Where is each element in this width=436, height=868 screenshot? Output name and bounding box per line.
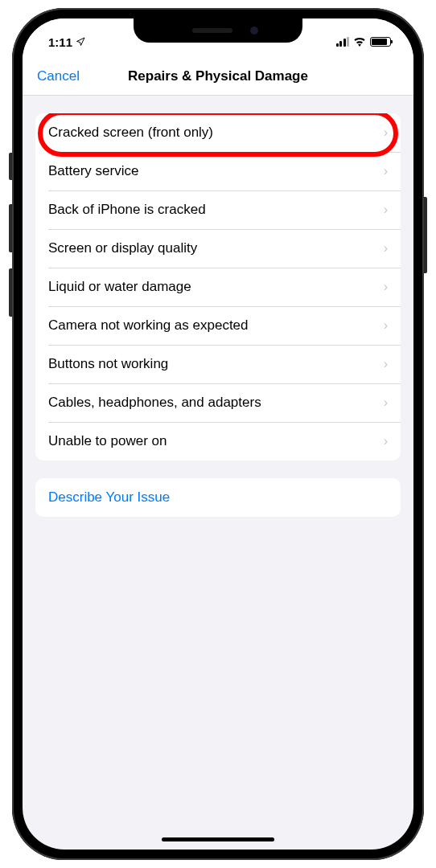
option-camera[interactable]: Camera not working as expected › <box>35 306 401 345</box>
phone-side-buttons-left <box>9 153 12 333</box>
option-cracked-screen[interactable]: Cracked screen (front only) › <box>35 113 401 152</box>
status-icons <box>336 37 392 47</box>
chevron-right-icon: › <box>384 125 388 140</box>
chevron-right-icon: › <box>384 164 388 178</box>
chevron-right-icon: › <box>384 318 388 333</box>
time-label: 1:11 <box>48 35 72 49</box>
list-item-label: Liquid or water damage <box>48 279 191 295</box>
secondary-actions: Describe Your Issue <box>35 478 401 517</box>
option-cables[interactable]: Cables, headphones, and adapters › <box>35 383 401 422</box>
option-liquid-damage[interactable]: Liquid or water damage › <box>35 268 401 306</box>
phone-frame: 1:11 <box>12 8 424 860</box>
status-time: 1:11 <box>48 35 85 49</box>
list-item-label: Cracked screen (front only) <box>48 125 213 141</box>
chevron-right-icon: › <box>384 395 388 410</box>
phone-power-button <box>424 197 427 273</box>
signal-icon <box>336 37 350 47</box>
wifi-icon <box>353 37 366 47</box>
option-battery-service[interactable]: Battery service › <box>35 152 401 190</box>
notch <box>134 18 302 43</box>
option-screen-quality[interactable]: Screen or display quality › <box>35 229 401 268</box>
list-item-label: Buttons not working <box>48 356 168 372</box>
navigation-bar: Cancel Repairs & Physical Damage <box>23 57 413 96</box>
chevron-right-icon: › <box>384 357 388 371</box>
option-power[interactable]: Unable to power on › <box>35 422 401 461</box>
repair-options-list: Cracked screen (front only) › Battery se… <box>35 113 401 461</box>
page-title: Repairs & Physical Damage <box>128 68 308 84</box>
option-back-cracked[interactable]: Back of iPhone is cracked › <box>35 190 401 229</box>
chevron-right-icon: › <box>384 203 388 217</box>
chevron-right-icon: › <box>384 280 388 294</box>
option-buttons[interactable]: Buttons not working › <box>35 345 401 383</box>
list-item-label: Cables, headphones, and adapters <box>48 395 261 411</box>
cancel-button[interactable]: Cancel <box>37 68 80 84</box>
list-item-label: Battery service <box>48 163 138 179</box>
list-item-label: Screen or display quality <box>48 240 197 256</box>
chevron-right-icon: › <box>384 434 388 448</box>
chevron-right-icon: › <box>384 241 388 256</box>
battery-icon <box>370 37 391 47</box>
list-item-label: Unable to power on <box>48 433 167 449</box>
list-item-label: Back of iPhone is cracked <box>48 202 206 218</box>
location-icon <box>76 37 85 47</box>
home-indicator[interactable] <box>162 837 274 841</box>
content-area: Cracked screen (front only) › Battery se… <box>23 96 413 517</box>
screen: 1:11 <box>23 18 413 850</box>
describe-issue-button[interactable]: Describe Your Issue <box>35 478 401 517</box>
list-item-label: Camera not working as expected <box>48 317 249 334</box>
